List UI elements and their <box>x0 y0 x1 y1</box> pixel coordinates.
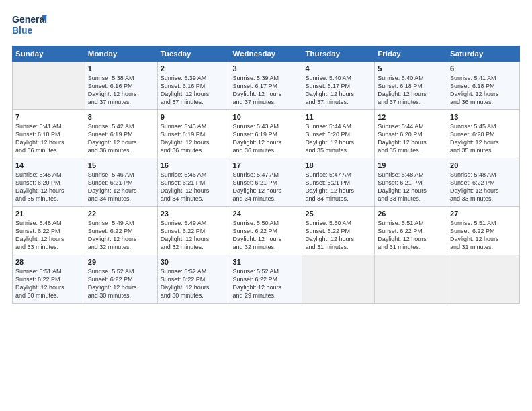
cal-cell: 13Sunrise: 5:45 AM Sunset: 6:20 PM Dayli… <box>447 110 520 158</box>
day-number: 31 <box>233 258 300 266</box>
day-info: Sunrise: 5:41 AM Sunset: 6:18 PM Dayligh… <box>450 74 517 107</box>
week-row-2: 7Sunrise: 5:41 AM Sunset: 6:18 PM Daylig… <box>13 110 520 158</box>
week-row-5: 28Sunrise: 5:51 AM Sunset: 6:22 PM Dayli… <box>13 255 520 304</box>
col-header-friday: Friday <box>375 46 447 62</box>
cal-cell <box>302 255 375 304</box>
day-number: 24 <box>233 210 300 218</box>
day-number: 19 <box>378 161 444 169</box>
col-header-tuesday: Tuesday <box>157 46 230 62</box>
day-info: Sunrise: 5:51 AM Sunset: 6:22 PM Dayligh… <box>378 219 444 252</box>
day-number: 21 <box>15 210 82 218</box>
logo: General Blue <box>12 12 47 39</box>
cal-cell: 31Sunrise: 5:52 AM Sunset: 6:22 PM Dayli… <box>230 255 302 304</box>
day-number: 25 <box>305 210 371 218</box>
cal-cell: 29Sunrise: 5:52 AM Sunset: 6:22 PM Dayli… <box>85 255 157 304</box>
day-info: Sunrise: 5:48 AM Sunset: 6:22 PM Dayligh… <box>450 171 517 203</box>
cal-cell: 20Sunrise: 5:48 AM Sunset: 6:22 PM Dayli… <box>447 158 520 207</box>
cal-cell: 21Sunrise: 5:48 AM Sunset: 6:22 PM Dayli… <box>13 207 85 255</box>
col-header-wednesday: Wednesday <box>230 46 302 62</box>
day-number: 14 <box>15 161 82 169</box>
day-info: Sunrise: 5:39 AM Sunset: 6:17 PM Dayligh… <box>233 74 300 107</box>
day-info: Sunrise: 5:42 AM Sunset: 6:19 PM Dayligh… <box>88 122 154 155</box>
day-info: Sunrise: 5:49 AM Sunset: 6:22 PM Dayligh… <box>161 219 227 252</box>
day-info: Sunrise: 5:45 AM Sunset: 6:20 PM Dayligh… <box>15 171 82 203</box>
header: General Blue <box>12 12 520 39</box>
day-info: Sunrise: 5:43 AM Sunset: 6:19 PM Dayligh… <box>161 122 227 155</box>
col-header-saturday: Saturday <box>447 46 520 62</box>
cal-cell: 14Sunrise: 5:45 AM Sunset: 6:20 PM Dayli… <box>13 158 85 207</box>
day-number: 28 <box>15 258 82 266</box>
day-info: Sunrise: 5:48 AM Sunset: 6:21 PM Dayligh… <box>378 171 444 203</box>
day-info: Sunrise: 5:39 AM Sunset: 6:16 PM Dayligh… <box>161 74 227 107</box>
day-number: 26 <box>378 210 444 218</box>
day-number: 13 <box>450 113 517 121</box>
day-info: Sunrise: 5:52 AM Sunset: 6:22 PM Dayligh… <box>88 267 154 300</box>
day-number: 9 <box>161 113 227 121</box>
cal-cell <box>375 255 447 304</box>
day-info: Sunrise: 5:46 AM Sunset: 6:21 PM Dayligh… <box>88 171 154 203</box>
cal-cell: 27Sunrise: 5:51 AM Sunset: 6:22 PM Dayli… <box>447 207 520 255</box>
cal-cell: 12Sunrise: 5:44 AM Sunset: 6:20 PM Dayli… <box>375 110 447 158</box>
day-info: Sunrise: 5:44 AM Sunset: 6:20 PM Dayligh… <box>378 122 444 155</box>
calendar-table: SundayMondayTuesdayWednesdayThursdayFrid… <box>12 46 520 304</box>
header-row: SundayMondayTuesdayWednesdayThursdayFrid… <box>13 46 520 62</box>
cal-cell: 19Sunrise: 5:48 AM Sunset: 6:21 PM Dayli… <box>375 158 447 207</box>
day-info: Sunrise: 5:48 AM Sunset: 6:22 PM Dayligh… <box>15 219 82 252</box>
week-row-3: 14Sunrise: 5:45 AM Sunset: 6:20 PM Dayli… <box>13 158 520 207</box>
day-info: Sunrise: 5:41 AM Sunset: 6:18 PM Dayligh… <box>15 122 82 155</box>
day-number: 8 <box>88 113 154 121</box>
day-number: 30 <box>161 258 227 266</box>
day-number: 11 <box>305 113 371 121</box>
day-number: 4 <box>305 64 371 73</box>
cal-cell: 1Sunrise: 5:38 AM Sunset: 6:16 PM Daylig… <box>85 62 157 110</box>
cal-cell: 9Sunrise: 5:43 AM Sunset: 6:19 PM Daylig… <box>157 110 230 158</box>
svg-text:General: General <box>12 14 47 25</box>
col-header-monday: Monday <box>85 46 157 62</box>
cal-cell <box>13 62 85 110</box>
day-number: 7 <box>15 113 82 121</box>
day-number: 5 <box>378 64 444 73</box>
day-info: Sunrise: 5:50 AM Sunset: 6:22 PM Dayligh… <box>233 219 300 252</box>
cal-cell: 23Sunrise: 5:49 AM Sunset: 6:22 PM Dayli… <box>157 207 230 255</box>
week-row-1: 1Sunrise: 5:38 AM Sunset: 6:16 PM Daylig… <box>13 62 520 110</box>
day-info: Sunrise: 5:38 AM Sunset: 6:16 PM Dayligh… <box>88 74 154 107</box>
week-row-4: 21Sunrise: 5:48 AM Sunset: 6:22 PM Dayli… <box>13 207 520 255</box>
day-number: 27 <box>450 210 517 218</box>
cal-cell: 3Sunrise: 5:39 AM Sunset: 6:17 PM Daylig… <box>230 62 302 110</box>
day-number: 6 <box>450 64 517 73</box>
day-info: Sunrise: 5:46 AM Sunset: 6:21 PM Dayligh… <box>161 171 227 203</box>
cal-cell: 4Sunrise: 5:40 AM Sunset: 6:17 PM Daylig… <box>302 62 375 110</box>
cal-cell: 15Sunrise: 5:46 AM Sunset: 6:21 PM Dayli… <box>85 158 157 207</box>
day-number: 12 <box>378 113 444 121</box>
day-number: 2 <box>161 64 227 73</box>
col-header-sunday: Sunday <box>13 46 85 62</box>
cal-cell: 16Sunrise: 5:46 AM Sunset: 6:21 PM Dayli… <box>157 158 230 207</box>
day-number: 20 <box>450 161 517 169</box>
cal-cell <box>447 255 520 304</box>
logo-svg: General Blue <box>12 12 47 39</box>
cal-cell: 10Sunrise: 5:43 AM Sunset: 6:19 PM Dayli… <box>230 110 302 158</box>
cal-cell: 18Sunrise: 5:47 AM Sunset: 6:21 PM Dayli… <box>302 158 375 207</box>
cal-cell: 2Sunrise: 5:39 AM Sunset: 6:16 PM Daylig… <box>157 62 230 110</box>
day-number: 22 <box>88 210 154 218</box>
day-info: Sunrise: 5:44 AM Sunset: 6:20 PM Dayligh… <box>305 122 371 155</box>
col-header-thursday: Thursday <box>302 46 375 62</box>
day-number: 23 <box>161 210 227 218</box>
day-number: 29 <box>88 258 154 266</box>
cal-cell: 26Sunrise: 5:51 AM Sunset: 6:22 PM Dayli… <box>375 207 447 255</box>
cal-cell: 5Sunrise: 5:40 AM Sunset: 6:18 PM Daylig… <box>375 62 447 110</box>
day-info: Sunrise: 5:40 AM Sunset: 6:18 PM Dayligh… <box>378 74 444 107</box>
day-number: 15 <box>88 161 154 169</box>
day-number: 16 <box>161 161 227 169</box>
page: General Blue SundayMondayTuesdayWednesda… <box>0 0 532 411</box>
day-info: Sunrise: 5:50 AM Sunset: 6:22 PM Dayligh… <box>305 219 371 252</box>
day-info: Sunrise: 5:51 AM Sunset: 6:22 PM Dayligh… <box>15 267 82 300</box>
cal-cell: 24Sunrise: 5:50 AM Sunset: 6:22 PM Dayli… <box>230 207 302 255</box>
cal-cell: 11Sunrise: 5:44 AM Sunset: 6:20 PM Dayli… <box>302 110 375 158</box>
day-info: Sunrise: 5:52 AM Sunset: 6:22 PM Dayligh… <box>161 267 227 300</box>
cal-cell: 7Sunrise: 5:41 AM Sunset: 6:18 PM Daylig… <box>13 110 85 158</box>
cal-cell: 17Sunrise: 5:47 AM Sunset: 6:21 PM Dayli… <box>230 158 302 207</box>
day-number: 17 <box>233 161 300 169</box>
day-info: Sunrise: 5:51 AM Sunset: 6:22 PM Dayligh… <box>450 219 517 252</box>
cal-cell: 30Sunrise: 5:52 AM Sunset: 6:22 PM Dayli… <box>157 255 230 304</box>
